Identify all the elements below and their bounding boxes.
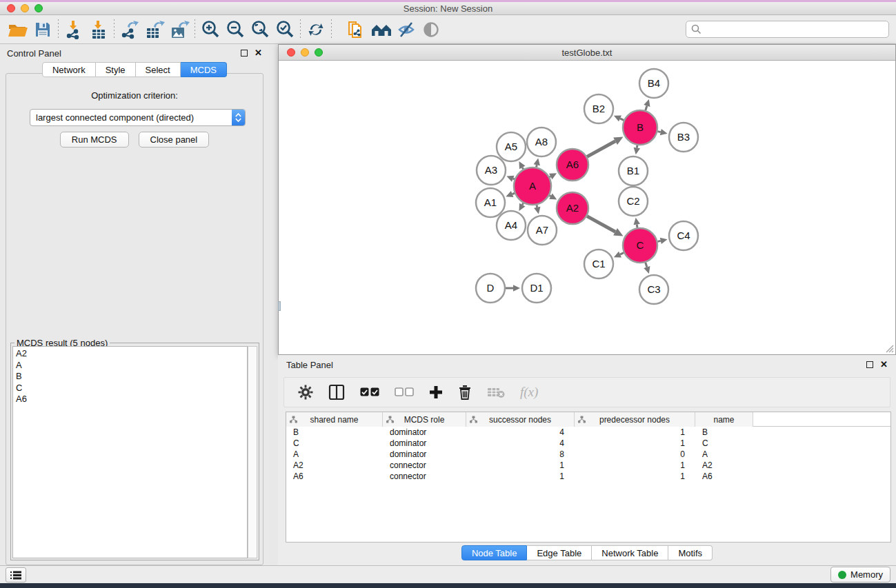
run-mcds-button[interactable]: Run MCDS [60,132,129,148]
network-graph-canvas[interactable]: B4B2BB3A8A5A6B1A3AC2A1A2A4A7C4CC1C3DD1 [279,61,895,354]
graph-edge-B-B1[interactable] [637,145,637,148]
search-field[interactable] [686,21,889,38]
import-network-button[interactable] [61,18,86,41]
table-panel-tabs: Node TableEdge TableNetwork TableMotifs [278,545,896,560]
table-row[interactable]: Bdominator41B [286,427,890,438]
save-session-button[interactable] [30,18,55,41]
zoom-out-button[interactable] [223,18,248,41]
delete-table-icon[interactable] [487,386,505,398]
select-all-checkboxes-icon[interactable] [360,387,379,397]
tab-style[interactable]: Style [96,62,136,77]
function-builder-icon[interactable]: f(x) [520,385,538,400]
apply-layout-button[interactable] [303,18,328,41]
search-input[interactable] [705,24,888,34]
gear-icon[interactable] [298,385,313,400]
toolbar-separator [58,19,59,40]
graph-edge-C-C1[interactable] [620,253,624,254]
home-icon [370,21,392,38]
export-table-button[interactable] [142,18,167,41]
zoom-selected-button[interactable] [272,18,297,41]
column-header-successor-nodes[interactable]: successor nodes [466,412,575,427]
mcds-result-item[interactable]: B [16,371,247,383]
open-session-button[interactable] [6,18,30,41]
graph-node-label: A8 [535,136,548,148]
table-cell: 4 [466,438,575,449]
zoom-fit-button[interactable] [248,18,272,41]
import-table-button[interactable] [86,18,111,41]
tab-select[interactable]: Select [136,62,181,77]
mcds-result-item[interactable]: C [16,383,247,394]
graph-edge-A-A8[interactable] [537,165,537,167]
close-panel-icon[interactable]: ✕ [255,50,262,57]
mcds-result-item[interactable]: A2 [16,348,247,360]
toolbar-separator [300,19,301,40]
show-details-button[interactable] [419,18,444,41]
control-panel-title: Control Panel [7,48,241,59]
task-history-button[interactable] [6,567,26,582]
column-header-MCDS-role[interactable]: MCDS role [383,412,466,427]
table-cell: connector [383,460,466,471]
graph-edge-C-C4[interactable] [657,241,660,241]
resize-grip-icon[interactable] [884,343,894,353]
tab-motifs[interactable]: Motifs [668,545,713,560]
table-row[interactable]: A2connector11A2 [286,460,890,471]
graph-edge-A-A3[interactable] [513,179,515,179]
result-list-scrollbar[interactable] [248,346,257,558]
tab-mcds[interactable]: MCDS [181,62,227,77]
graph-edge-A-A6[interactable] [550,176,551,177]
close-table-panel-icon[interactable]: ✕ [880,361,888,368]
deselect-all-checkboxes-icon[interactable] [395,387,414,397]
graph-edge-C-C2[interactable] [637,225,637,228]
desktop-wallpaper-bottom [0,583,896,588]
graph-edge-A-A7[interactable] [537,205,537,207]
graph-edge-A-A5[interactable] [522,168,523,170]
delete-column-icon[interactable] [458,385,472,400]
table-cell: C [286,438,383,449]
column-header-predecessor-nodes[interactable]: predecessor nodes [575,412,695,427]
column-header-name[interactable]: name [695,412,753,427]
mcds-result-item[interactable]: A6 [16,394,247,405]
float-panel-icon[interactable] [241,50,248,57]
table-row[interactable]: A6connector11A6 [286,471,890,482]
column-header-label: name [713,415,734,425]
float-table-panel-icon[interactable] [866,361,873,368]
column-type-icon [470,416,477,423]
graph-edge-A-A2[interactable] [550,196,551,196]
export-network-button[interactable] [117,18,142,41]
home-button[interactable] [369,18,394,41]
hide-selected-button[interactable] [394,18,419,41]
table-panel: Table Panel ✕ [278,355,896,565]
export-image-button[interactable] [167,18,192,41]
mcds-tab-content: Optimization criterion: largest connecte… [6,73,263,565]
zoom-in-button[interactable] [198,18,223,41]
toolbar-separator [331,19,332,40]
tab-network[interactable]: Network [42,62,96,77]
graph-edge-C-C3[interactable] [646,263,647,267]
tab-node-table[interactable]: Node Table [461,545,528,560]
mcds-result-list[interactable]: A2ABCA6 [12,346,248,558]
splitter-handle[interactable] [278,301,281,311]
graph-edge-A-A1[interactable] [512,193,515,194]
table-row[interactable]: Cdominator41C [286,438,890,449]
graph-edge-A2-C[interactable] [587,216,615,232]
clone-network-button[interactable] [344,18,369,41]
memory-button[interactable]: Memory [830,567,890,582]
graph-edge-A6-B[interactable] [587,141,615,157]
network-window-titlebar[interactable]: testGlobe.txt [279,45,895,61]
graph-edge-A-A4[interactable] [522,203,523,205]
graph-edge-B-B2[interactable] [620,119,624,120]
table-row[interactable]: Adominator80A [286,449,890,460]
graph-edge-B-B4[interactable] [646,105,647,110]
tab-edge-table[interactable]: Edge Table [527,545,592,560]
memory-label: Memory [850,569,883,580]
edge-arrowhead [644,99,650,107]
add-column-icon[interactable] [429,385,443,399]
close-panel-button[interactable]: Close panel [139,132,210,148]
optimization-criterion-select[interactable]: largest connected component (directed) [30,109,246,126]
mcds-result-item[interactable]: A [16,360,247,372]
tab-network-table[interactable]: Network Table [592,545,668,560]
column-header-shared-name[interactable]: shared name [286,412,383,427]
graph-edge-B-B3[interactable] [657,132,660,132]
node-table[interactable]: shared nameMCDS rolesuccessor nodesprede… [286,412,891,543]
column-layout-icon[interactable] [328,384,345,401]
